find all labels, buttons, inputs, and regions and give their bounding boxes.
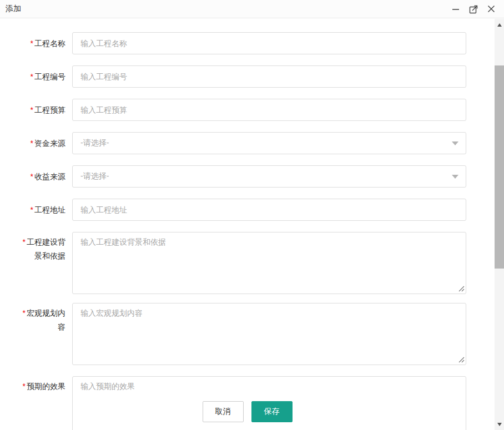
- scroll-down-arrow-icon: [497, 423, 502, 426]
- cancel-button[interactable]: 取消: [203, 401, 244, 422]
- form-row-project-address: *工程地址: [17, 199, 495, 221]
- field-label: *宏观规划内容: [17, 303, 65, 334]
- required-asterisk: *: [31, 105, 33, 114]
- scroll-down-button[interactable]: [495, 419, 504, 429]
- field-label: *工程预算: [17, 103, 65, 117]
- project-address-input[interactable]: [72, 199, 466, 221]
- required-asterisk: *: [31, 172, 33, 181]
- textarea-resize-grip-icon[interactable]: [458, 357, 465, 363]
- scroll-up-button[interactable]: [495, 20, 504, 29]
- scrollbar-thumb[interactable]: [495, 65, 504, 269]
- required-asterisk: *: [31, 139, 33, 148]
- field-label: *预期的效果: [17, 376, 65, 393]
- background-basis-textarea[interactable]: [72, 232, 466, 294]
- minimize-icon: [451, 4, 460, 13]
- field-label: *收益来源: [17, 170, 65, 184]
- minimize-button[interactable]: [451, 4, 461, 14]
- dialog-content: *工程名称 *工程编号 *工程预算 *资金来源 -请选择-: [0, 19, 495, 430]
- field-label: *工程建设背景和依据: [17, 232, 65, 263]
- required-asterisk: *: [23, 382, 26, 391]
- chevron-down-icon: [452, 141, 458, 145]
- required-asterisk: *: [31, 205, 33, 214]
- form-row-project-name: *工程名称: [17, 32, 495, 54]
- title-bar: 添加: [0, 0, 504, 18]
- required-asterisk: *: [23, 308, 26, 317]
- scroll-up-arrow-icon: [497, 23, 502, 27]
- form-row-funding-source: *资金来源 -请选择-: [17, 132, 495, 154]
- form-row-macro-planning: *宏观规划内容: [17, 303, 495, 365]
- income-source-select[interactable]: -请选择-: [72, 165, 466, 188]
- required-asterisk: *: [31, 72, 33, 81]
- form-row-income-source: *收益来源 -请选择-: [17, 165, 495, 188]
- required-asterisk: *: [31, 39, 33, 48]
- vertical-scrollbar[interactable]: [495, 19, 504, 430]
- project-budget-input[interactable]: [72, 99, 466, 121]
- add-dialog-window: 添加 *工程名称 *工程编号: [0, 0, 504, 430]
- textarea-resize-grip-icon[interactable]: [458, 286, 465, 292]
- form-row-background-basis: *工程建设背景和依据: [17, 232, 495, 294]
- select-value: -请选择-: [80, 138, 109, 148]
- dialog-title: 添加: [6, 4, 21, 14]
- project-name-input[interactable]: [72, 32, 466, 54]
- maximize-button[interactable]: [468, 4, 478, 14]
- field-label: *工程名称: [17, 37, 65, 50]
- project-code-input[interactable]: [72, 65, 466, 88]
- field-label: *工程编号: [17, 70, 65, 84]
- form-row-project-budget: *工程预算: [17, 99, 495, 121]
- field-label: *资金来源: [17, 136, 65, 150]
- funding-source-select[interactable]: -请选择-: [72, 132, 466, 154]
- required-asterisk: *: [23, 237, 26, 246]
- close-button[interactable]: [486, 4, 496, 14]
- macro-planning-textarea[interactable]: [72, 303, 466, 365]
- chevron-down-icon: [452, 175, 458, 179]
- maximize-icon: [469, 4, 478, 14]
- window-controls: [451, 4, 496, 14]
- select-value: -请选择-: [80, 171, 109, 181]
- close-icon: [487, 4, 496, 13]
- save-button[interactable]: 保存: [251, 401, 293, 422]
- field-label: *工程地址: [17, 203, 65, 217]
- add-form: *工程名称 *工程编号 *工程预算 *资金来源 -请选择-: [0, 19, 495, 430]
- form-row-project-code: *工程编号: [17, 65, 495, 88]
